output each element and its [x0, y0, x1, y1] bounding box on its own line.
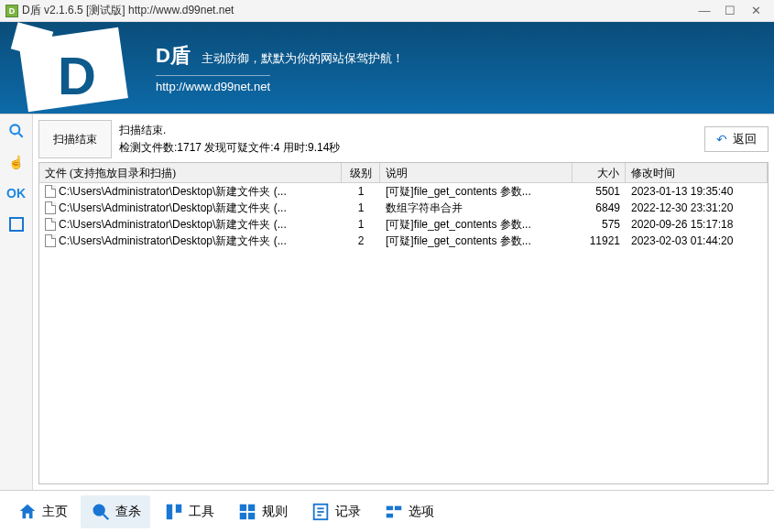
svg-rect-5	[176, 504, 181, 512]
table-row[interactable]: C:\Users\Administrator\Desktop\新建文件夹 (..…	[39, 216, 768, 233]
table-row[interactable]: C:\Users\Administrator\Desktop\新建文件夹 (..…	[39, 233, 768, 249]
app-icon: D	[5, 5, 18, 17]
sidebar-search-icon[interactable]	[5, 120, 27, 142]
svg-rect-4	[167, 504, 172, 519]
brand-name: D盾	[156, 42, 191, 70]
file-icon	[45, 185, 56, 198]
logo: D	[0, 22, 156, 114]
nav-rules-label: 规则	[262, 504, 288, 520]
back-button[interactable]: ↶ 返回	[704, 126, 769, 152]
svg-rect-6	[240, 504, 246, 510]
rules-icon	[236, 501, 258, 523]
nav-tools-label: 工具	[189, 504, 214, 520]
svg-rect-7	[248, 504, 255, 510]
nav-scan[interactable]: 查杀	[81, 495, 150, 528]
th-level[interactable]: 级别	[342, 163, 380, 182]
th-time[interactable]: 修改时间	[626, 163, 768, 182]
nav-options-label: 选项	[409, 504, 434, 520]
table-body: C:\Users\Administrator\Desktop\新建文件夹 (..…	[39, 183, 768, 483]
nav-home-label: 主页	[42, 504, 68, 520]
scan-end-button[interactable]: 扫描结束	[38, 120, 112, 158]
th-file[interactable]: 文件 (支持拖放目录和扫描)	[39, 163, 342, 182]
svg-rect-14	[387, 505, 393, 510]
minimize-button[interactable]: —	[692, 4, 717, 17]
titlebar: D D盾 v2.1.6.5 [测试版] http://www.d99net.ne…	[0, 0, 774, 22]
file-icon	[45, 218, 56, 231]
th-desc[interactable]: 说明	[380, 163, 572, 182]
svg-rect-8	[240, 512, 246, 518]
nav-scan-label: 查杀	[115, 504, 141, 520]
table-row[interactable]: C:\Users\Administrator\Desktop\新建文件夹 (..…	[39, 200, 768, 216]
svg-line-3	[104, 514, 109, 519]
scan-status: 扫描结束. 检测文件数:1717 发现可疑文件:4 用时:9.14秒	[119, 120, 697, 157]
file-icon	[45, 234, 56, 247]
brand-slogan: 主动防御，默默为你的网站保驾护航！	[202, 51, 404, 65]
nav-home[interactable]: 主页	[7, 495, 77, 528]
results-table: 文件 (支持拖放目录和扫描) 级别 说明 大小 修改时间 C:\Users\Ad…	[38, 162, 769, 484]
scan-header: 扫描结束 扫描结束. 检测文件数:1717 发现可疑文件:4 用时:9.14秒 …	[38, 120, 769, 158]
back-arrow-icon: ↶	[716, 132, 727, 147]
scan-status-line1: 扫描结束.	[119, 122, 697, 139]
table-row[interactable]: C:\Users\Administrator\Desktop\新建文件夹 (..…	[39, 183, 768, 200]
tools-icon	[163, 501, 185, 523]
options-icon	[383, 501, 405, 523]
nav-tools[interactable]: 工具	[154, 495, 223, 528]
svg-point-0	[10, 125, 19, 134]
file-icon	[45, 201, 56, 214]
svg-point-2	[94, 505, 104, 515]
brand-text: D盾 主动防御，默默为你的网站保驾护航！ http://www.d99net.n…	[156, 42, 404, 94]
home-icon	[16, 501, 38, 523]
nav-rules[interactable]: 规则	[227, 495, 297, 528]
log-icon	[310, 501, 332, 523]
back-button-label: 返回	[733, 131, 757, 147]
th-size[interactable]: 大小	[572, 163, 626, 182]
svg-rect-16	[387, 513, 393, 517]
nav-options[interactable]: 选项	[374, 495, 443, 528]
sidebar-hand-icon[interactable]: ☝	[5, 151, 27, 173]
table-header: 文件 (支持拖放目录和扫描) 级别 说明 大小 修改时间	[39, 163, 768, 183]
svg-rect-9	[248, 512, 255, 518]
nav-log-label: 记录	[335, 504, 361, 520]
nav-log[interactable]: 记录	[300, 495, 370, 528]
brand-url: http://www.d99net.net	[156, 75, 270, 93]
window-title: D盾 v2.1.6.5 [测试版] http://www.d99net.net	[22, 3, 692, 18]
sidebar-box-icon[interactable]	[5, 213, 27, 235]
scan-status-line2: 检测文件数:1717 发现可疑文件:4 用时:9.14秒	[119, 139, 697, 157]
close-button[interactable]: ✕	[743, 4, 769, 17]
sidebar-ok-icon[interactable]: OK	[5, 182, 27, 204]
banner: D D盾 主动防御，默默为你的网站保驾护航！ http://www.d99net…	[0, 22, 774, 114]
maximize-button[interactable]: ☐	[717, 4, 743, 17]
search-icon	[90, 501, 112, 523]
bottom-nav: 主页 查杀 工具 规则 记录 选项	[0, 490, 774, 532]
svg-line-1	[18, 134, 22, 137]
svg-rect-15	[395, 505, 401, 510]
left-sidebar: ☝ OK	[0, 114, 33, 490]
